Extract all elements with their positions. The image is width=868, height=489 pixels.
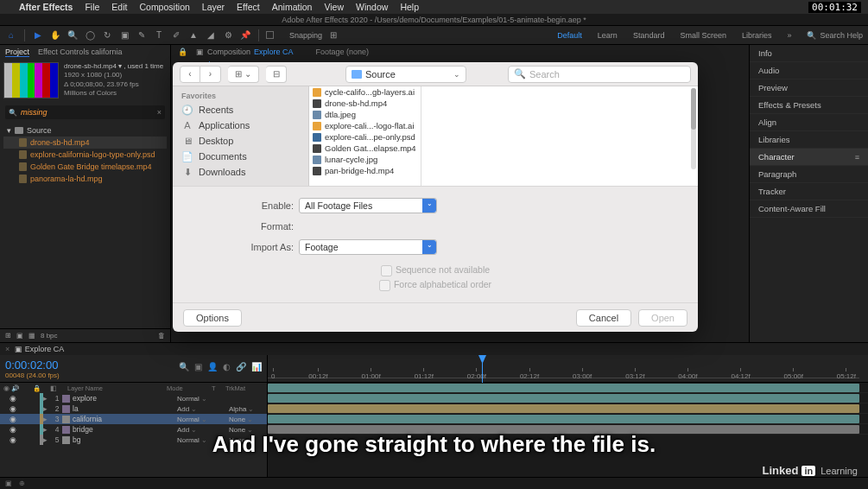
menu-edit[interactable]: Edit [111, 2, 127, 12]
selection-tool-icon[interactable]: ▶ [32, 29, 44, 41]
options-button[interactable]: Options [183, 309, 242, 327]
blend-mode-select[interactable]: Add ⌄ [177, 405, 219, 413]
disclosure-icon[interactable]: ▸ [43, 404, 52, 413]
layer-name[interactable]: explore [62, 394, 177, 403]
dialog-search-input[interactable]: 🔍 Search [508, 66, 691, 83]
scrollbar[interactable] [691, 88, 696, 169]
timeline-ruler[interactable]: 0 00:12f 01:00f 01:12f 02:00f 02:12f 03:… [268, 355, 868, 382]
layer-row[interactable]: ◉▸3californiaNormal ⌄None ⌄ [0, 414, 267, 424]
bpc-label[interactable]: 8 bpc [41, 332, 58, 340]
panel-tracker[interactable]: Tracker [750, 183, 868, 200]
workspace-learn[interactable]: Learn [598, 31, 618, 40]
shy-icon[interactable]: 👤 [207, 362, 218, 372]
panel-paragraph[interactable]: Paragraph [750, 166, 868, 183]
tab-project[interactable]: Project [5, 48, 29, 57]
puppet-tool-icon[interactable]: 📌 [239, 29, 251, 41]
menu-layer[interactable]: Layer [202, 2, 225, 12]
eraser-tool-icon[interactable]: ◢ [205, 29, 217, 41]
orbit-tool-icon[interactable]: ◯ [84, 29, 96, 41]
footage-tab[interactable]: Footage (none) [316, 48, 370, 56]
blend-mode-select[interactable]: Normal ⌄ [177, 395, 219, 403]
layer-name[interactable]: la [62, 404, 177, 413]
enable-select[interactable]: All Footage Files [299, 198, 437, 213]
menu-help[interactable]: Help [400, 2, 419, 12]
search-icon[interactable]: 🔍 [179, 362, 189, 372]
file-item[interactable]: Golden Gat...elapse.mp4 [309, 143, 421, 154]
blend-mode-select[interactable]: Normal ⌄ [177, 416, 219, 423]
menu-file[interactable]: File [85, 2, 99, 12]
tree-file[interactable]: panorama-la-hd.mpg [3, 173, 167, 185]
visibility-toggle-icon[interactable]: ◉ [0, 394, 26, 403]
sidebar-item-recents[interactable]: 🕘Recents [173, 102, 308, 117]
sidebar-item-downloads[interactable]: ⬇Downloads [173, 164, 308, 180]
new-comp-icon[interactable]: ▦ [29, 332, 35, 340]
snapping-checkbox[interactable] [266, 31, 274, 39]
workspace-default[interactable]: Default [557, 31, 582, 40]
import-as-select[interactable]: Footage [299, 239, 437, 255]
sidebar-item-documents[interactable]: 📄Documents [173, 149, 308, 164]
file-item[interactable]: lunar-cycle.jpg [309, 154, 421, 165]
workspace-small-screen[interactable]: Small Screen [680, 31, 726, 40]
file-item[interactable]: dtla.jpeg [309, 109, 421, 120]
frame-blend-icon[interactable]: ◐ [223, 362, 231, 372]
cancel-button[interactable]: Cancel [576, 309, 631, 327]
graph-editor-icon[interactable]: 📊 [251, 362, 262, 372]
clone-tool-icon[interactable]: ▲ [187, 29, 200, 41]
forward-button[interactable]: › [200, 66, 221, 83]
panel-libraries[interactable]: Libraries [750, 131, 868, 149]
comp-tab-name[interactable]: Explore CA [254, 48, 294, 56]
back-button[interactable]: ‹ [180, 66, 200, 83]
snap-icon[interactable]: ⊞ [327, 29, 339, 41]
menu-view[interactable]: View [324, 2, 344, 12]
hand-tool-icon[interactable]: ✋ [49, 29, 61, 41]
track-matte-select[interactable]: None ⌄ [229, 416, 267, 423]
view-mode-button[interactable]: ⊞ ⌄ [228, 66, 259, 83]
dialog-file-list[interactable]: cycle-califo...gb-layers.aidrone-sb-hd.m… [309, 86, 698, 186]
menu-animation[interactable]: Animation [272, 2, 313, 12]
workspace-libraries[interactable]: Libraries [742, 31, 772, 40]
tree-folder-source[interactable]: ▾ Source [3, 124, 167, 137]
track-matte-select[interactable]: Alpha ⌄ [229, 405, 267, 413]
footer-icon[interactable]: ▣ [5, 479, 12, 487]
comp-mini-icon[interactable]: ▣ [194, 362, 202, 372]
tab-effect-controls[interactable]: Effect Controls california [38, 48, 122, 56]
footer-icon[interactable]: ⊕ [19, 479, 25, 487]
camera-tool-icon[interactable]: ▣ [118, 29, 130, 41]
search-help[interactable]: 🔍 Search Help [807, 31, 863, 40]
app-name[interactable]: After Effects [19, 2, 73, 12]
workspace-more-icon[interactable]: » [787, 31, 791, 40]
lock-icon[interactable]: 🔒 [178, 48, 187, 56]
path-dropdown[interactable]: Source [345, 66, 466, 83]
panel-info[interactable]: Info [750, 45, 868, 62]
sidebar-item-desktop[interactable]: 🖥Desktop [173, 133, 308, 149]
panel-character[interactable]: Character≡ [750, 149, 868, 166]
panel-content-aware[interactable]: Content-Aware Fill [750, 200, 868, 218]
layer-row[interactable]: ◉▸1exploreNormal ⌄ [0, 393, 267, 403]
clear-search-icon[interactable]: × [157, 108, 162, 117]
file-item[interactable]: pan-bridge-hd.mp4 [309, 165, 421, 176]
project-search-input[interactable]: missing × [5, 105, 165, 119]
new-folder-icon[interactable]: ▣ [16, 332, 23, 340]
disclosure-triangle-icon[interactable]: ▾ [7, 126, 11, 135]
timeline-tab[interactable]: ▣ Explore CA [10, 345, 69, 353]
tree-file[interactable]: drone-sb-hd.mp4 [3, 137, 167, 149]
panel-audio[interactable]: Audio [750, 62, 868, 79]
tracks-column[interactable] [268, 383, 868, 477]
menu-window[interactable]: Window [356, 2, 388, 12]
motion-blur-icon[interactable]: 🔗 [236, 362, 246, 372]
open-button[interactable]: Open [638, 309, 687, 327]
visibility-toggle-icon[interactable]: ◉ [0, 404, 26, 413]
disclosure-icon[interactable]: ▸ [43, 415, 52, 423]
trash-icon[interactable]: 🗑 [158, 332, 165, 340]
tree-file[interactable]: explore-california-logo-type-only.psd [3, 149, 167, 161]
panel-menu-icon[interactable]: ≡ [855, 153, 859, 162]
file-item[interactable]: explore-cali...-logo-flat.ai [309, 120, 421, 131]
layer-name[interactable]: california [62, 415, 177, 423]
workspace-standard[interactable]: Standard [633, 31, 665, 40]
menu-effect[interactable]: Effect [237, 2, 260, 12]
panel-align[interactable]: Align [750, 114, 868, 131]
interpret-icon[interactable]: ⊞ [5, 332, 11, 340]
rotate-tool-icon[interactable]: ↻ [101, 29, 113, 41]
zoom-tool-icon[interactable]: 🔍 [67, 29, 79, 41]
type-tool-icon[interactable]: T [153, 29, 165, 41]
